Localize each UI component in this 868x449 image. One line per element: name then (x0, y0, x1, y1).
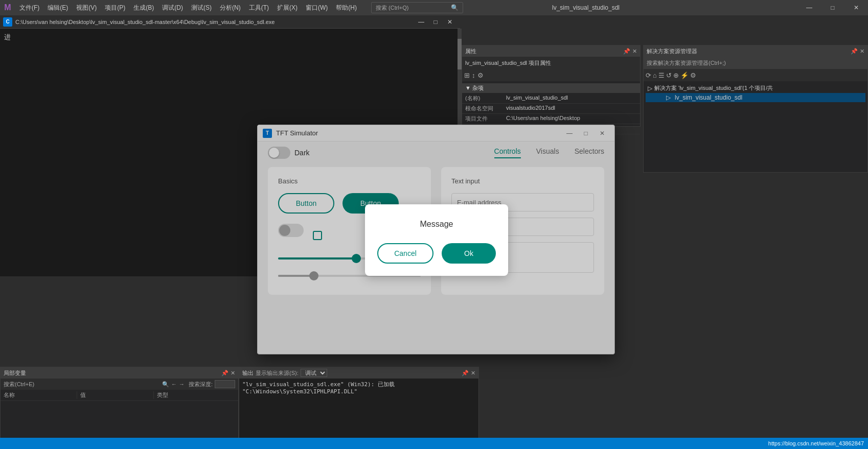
scrollbar-thumb[interactable] (458, 39, 462, 69)
menu-tools[interactable]: 工具(T) (245, 0, 273, 15)
sol-sync-icon[interactable]: ⟳ (646, 72, 651, 79)
output-source-label: 显示输出来源(S): (256, 369, 299, 377)
tft-simulator-window: T TFT Simulator — □ ✕ Dark Controls Visu… (257, 125, 615, 355)
output-title: 输出 (242, 369, 254, 377)
locals-title: 局部变量 (4, 369, 26, 377)
properties-header-text: lv_sim_visual_studio_sdl 项目属性 (465, 59, 551, 67)
solution-search-bar: 搜索解决方案资源管理器(Ctrl+;) (644, 57, 867, 69)
dialog-title: Message (377, 220, 496, 229)
properties-toolbar: ⊞ ↕ ⚙ (462, 69, 640, 81)
sol-search-icon[interactable]: ⊕ (673, 72, 679, 79)
locals-col-value: 值 (77, 391, 154, 399)
menu-file[interactable]: 文件(F) (15, 0, 43, 15)
solution-panel-icons: 📌 ✕ (851, 48, 864, 55)
locals-nav-back[interactable]: ← (171, 381, 177, 387)
output-panel: 输出 显示输出来源(S): 调试 📌 ✕ "lv_sim_visual_stud… (239, 367, 479, 449)
menu-build[interactable]: 生成(B) (129, 0, 158, 15)
sol-home-icon[interactable]: ⌂ (653, 72, 657, 79)
locals-depth-input[interactable] (215, 380, 235, 388)
props-sort-icon[interactable]: ↕ (472, 72, 475, 79)
dialog-ok-button[interactable]: Ok (442, 243, 496, 264)
output-close-icon[interactable]: ✕ (471, 370, 475, 376)
props-settings-icon[interactable]: ⚙ (477, 72, 484, 79)
locals-pin-icon[interactable]: 📌 (221, 370, 229, 376)
close-panel-icon[interactable]: ✕ (632, 48, 637, 55)
solution-explorer: 解决方案资源管理器 📌 ✕ 搜索解决方案资源管理器(Ctrl+;) ⟳ ⌂ ☰ … (643, 45, 868, 173)
locals-search-bar: 搜索(Ctrl+E) 🔍 ← → 搜索深度: (1, 379, 238, 390)
locals-nav-forward[interactable]: → (179, 381, 185, 387)
dialog-overlay: Message Cancel Ok (258, 125, 615, 355)
output-toolbar: 输出 显示输出来源(S): 调试 📌 ✕ (239, 367, 478, 379)
close-button[interactable]: ✕ (844, 0, 868, 15)
project-expand-icon: ▷ (666, 94, 671, 101)
menu-analyze[interactable]: 分析(N) (216, 0, 245, 15)
solution-search-text: 搜索解决方案资源管理器(Ctrl+;) (647, 59, 726, 67)
locals-search-icon[interactable]: 🔍 (162, 381, 169, 388)
output-pin-icon[interactable]: 📌 (462, 370, 469, 376)
dialog-buttons: Cancel Ok (377, 243, 496, 264)
maximize-button[interactable]: □ (821, 0, 844, 15)
menu-help[interactable]: 帮助(H) (332, 0, 361, 15)
locals-column-headers: 名称 值 类型 (1, 390, 238, 401)
solution-tree: ▷ 解决方案 'lv_sim_visual_studio_sdl'(1 个项目/… (644, 81, 867, 104)
status-bar: https://blog.csdn.net/weixin_43862847 (0, 438, 868, 449)
locals-panel: 局部变量 📌 ✕ 搜索(Ctrl+E) 🔍 ← → 搜索深度: 名称 值 类型 (0, 367, 239, 449)
prop-row-file: 项目文件 C:\Users\van helsing\Desktop (462, 114, 640, 124)
properties-titlebar: 属性 📌 ✕ (462, 45, 640, 57)
solution-toolbar: ⟳ ⌂ ☰ ↺ ⊕ ⚡ ⚙ (644, 69, 867, 81)
menu-debug[interactable]: 调试(D) (158, 0, 187, 15)
menu-window[interactable]: 窗口(W) (302, 0, 332, 15)
vs-logo-icon: M (0, 0, 15, 15)
menu-extensions[interactable]: 扩展(X) (273, 0, 302, 15)
process-maximize[interactable]: □ (428, 15, 443, 29)
properties-title: 属性 (465, 48, 476, 55)
dialog-cancel-button[interactable]: Cancel (377, 243, 433, 264)
solution-pin-icon[interactable]: 📌 (851, 48, 858, 55)
locals-panel-icons: 📌 ✕ (221, 370, 235, 376)
menu-project[interactable]: 项目(P) (101, 0, 129, 15)
properties-panel: 属性 📌 ✕ lv_sim_visual_studio_sdl 项目属性 ⊞ ↕… (462, 45, 641, 127)
solution-root-label: 解决方案 'lv_sim_visual_studio_sdl'(1 个项目/共 (654, 84, 773, 92)
menu-view[interactable]: 视图(V) (72, 0, 101, 15)
solution-close-icon[interactable]: ✕ (860, 48, 864, 55)
locals-titlebar: 局部变量 📌 ✕ (1, 367, 238, 379)
solution-titlebar: 解决方案资源管理器 📌 ✕ (644, 45, 867, 57)
menu-test[interactable]: 测试(S) (187, 0, 216, 15)
window-title: lv_sim_visual_studio_sdl (552, 4, 620, 11)
status-url: https://blog.csdn.net/weixin_43862847 (768, 440, 864, 446)
menu-bar: 文件(F) 编辑(E) 视图(V) 项目(P) 生成(B) 调试(D) 测试(S… (15, 0, 361, 15)
locals-search-text: 搜索(Ctrl+E) (4, 381, 34, 388)
properties-panel-icons: 📌 ✕ (623, 48, 637, 55)
pin-icon[interactable]: 📌 (623, 48, 630, 55)
output-source-select[interactable]: 调试 (301, 369, 327, 377)
output-panel-icons: 📌 ✕ (462, 370, 475, 376)
process-icon: C (3, 17, 12, 27)
sol-filter-icon[interactable]: ⚡ (680, 72, 689, 79)
props-grid-icon[interactable]: ⊞ (464, 72, 470, 79)
locals-close-icon[interactable]: ✕ (231, 370, 235, 376)
search-placeholder: 搜索 (Ctrl+Q) (376, 4, 408, 12)
titlebar-controls: — □ ✕ (797, 0, 868, 15)
prop-row-name: (名称) lv_sim_visual_studio_sdl (462, 93, 640, 104)
process-addressbar: C C:\Users\van helsing\Desktop\lv_sim_vi… (0, 15, 460, 29)
process-close[interactable]: ✕ (443, 15, 457, 29)
solution-project-item[interactable]: ▷ lv_sim_visual_studio_sdl (646, 93, 865, 102)
sol-refresh-icon[interactable]: ↺ (666, 72, 672, 79)
sol-settings-icon[interactable]: ⚙ (690, 72, 696, 79)
menu-edit[interactable]: 编辑(E) (43, 0, 72, 15)
locals-col-name: 名称 (1, 391, 77, 399)
search-icon: 🔍 (451, 4, 459, 11)
solution-root-item[interactable]: ▷ 解决方案 'lv_sim_visual_studio_sdl'(1 个项目/… (646, 83, 865, 93)
process-path: C:\Users\van helsing\Desktop\lv_sim_visu… (15, 19, 275, 25)
editor-content: 进 (0, 29, 460, 46)
locals-col-type: 类型 (154, 391, 238, 399)
solution-title: 解决方案资源管理器 (647, 48, 697, 55)
vs-titlebar: M 文件(F) 编辑(E) 视图(V) 项目(P) 生成(B) 调试(D) 测试… (0, 0, 868, 15)
message-dialog: Message Cancel Ok (365, 204, 508, 276)
process-minimize[interactable]: — (414, 15, 428, 29)
sol-list-icon[interactable]: ☰ (658, 72, 665, 79)
prop-row-namespace: 根命名空间 visualstudio2017sdl (462, 104, 640, 114)
props-section-misc: ▼ 杂项 (462, 83, 640, 93)
minimize-button[interactable]: — (797, 0, 821, 15)
locals-depth-label: 搜索深度: (189, 381, 213, 388)
